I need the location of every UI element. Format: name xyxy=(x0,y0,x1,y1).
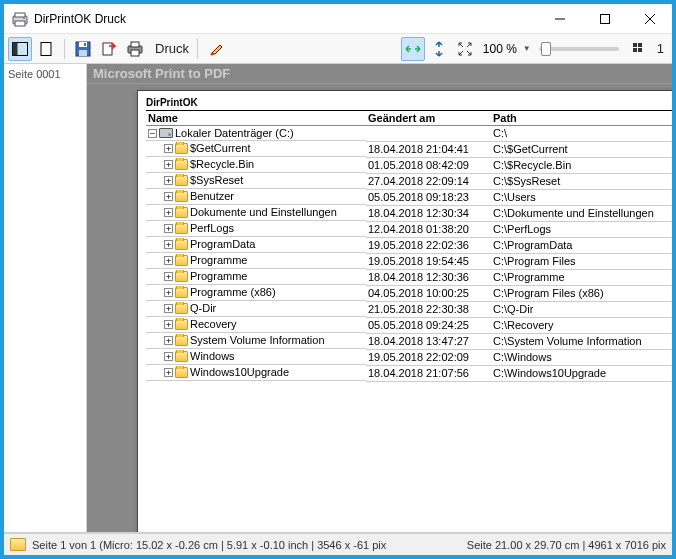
table-row: +Windows10Upgrade18.04.2018 21:07:56C:\W… xyxy=(146,366,672,382)
row-name: System Volume Information xyxy=(190,334,325,349)
tree-collapse-icon[interactable]: − xyxy=(148,129,157,138)
separator xyxy=(197,39,198,59)
folder-icon xyxy=(175,239,188,250)
table-row: +Q-Dir21.05.2018 22:30:38C:\Q-DirDateior xyxy=(146,302,672,318)
zoom-value: 100 % xyxy=(483,42,517,56)
tree-expand-icon[interactable]: + xyxy=(164,160,173,169)
fit-width-button[interactable] xyxy=(401,37,425,61)
svg-rect-2 xyxy=(15,21,25,26)
row-modified: 04.05.2018 10:00:25 xyxy=(366,286,491,302)
svg-rect-14 xyxy=(84,43,86,46)
table-row: +Windows19.05.2018 22:02:09C:\WindowsDat… xyxy=(146,350,672,366)
svg-rect-9 xyxy=(13,42,18,55)
folder-icon xyxy=(175,367,188,378)
minimize-button[interactable] xyxy=(537,4,582,33)
svg-rect-22 xyxy=(633,48,637,52)
tree-expand-icon[interactable]: + xyxy=(164,304,173,313)
row-name: Programme xyxy=(190,254,247,269)
page-layout-button[interactable] xyxy=(34,37,58,61)
zoom-slider[interactable] xyxy=(539,47,619,51)
app-window: DirPrintOK Druck Druck xyxy=(0,0,676,559)
row-name: Lokaler Datenträger (C:) xyxy=(175,126,294,141)
tree-expand-icon[interactable]: + xyxy=(164,208,173,217)
row-name: $SysReset xyxy=(190,174,243,189)
export-button[interactable] xyxy=(97,37,121,61)
table-row: +Programme19.05.2018 19:54:45C:\Program … xyxy=(146,254,672,270)
folder-icon xyxy=(175,255,188,266)
toolbar-right-number: 1 xyxy=(653,41,668,56)
table-row: +$Recycle.Bin01.05.2018 08:42:09C:\$Recy… xyxy=(146,158,672,174)
row-path: C:\Windows xyxy=(491,350,672,366)
zoom-slider-thumb[interactable] xyxy=(541,42,551,56)
separator xyxy=(64,39,65,59)
print-button[interactable] xyxy=(123,37,147,61)
window-title: DirPrintOK Druck xyxy=(34,12,537,26)
tree-expand-icon[interactable]: + xyxy=(164,352,173,361)
row-modified: 19.05.2018 19:54:45 xyxy=(366,254,491,270)
fit-page-button[interactable] xyxy=(453,37,477,61)
tree-expand-icon[interactable]: + xyxy=(164,192,173,201)
table-row: +$SysReset27.04.2018 22:09:14C:\$SysRese… xyxy=(146,174,672,190)
tree-expand-icon[interactable]: + xyxy=(164,368,173,377)
maximize-button[interactable] xyxy=(582,4,627,33)
toolbar: Druck 100 % ▼ 1 xyxy=(4,34,672,64)
preview-pane[interactable]: Microsoft Print to PDF DirPrintOK C: Nam… xyxy=(87,64,672,532)
row-path: C:\Q-Dir xyxy=(491,302,672,318)
save-button[interactable] xyxy=(71,37,95,61)
statusbar: Seite 1 von 1 (Micro: 15.02 x -0.26 cm |… xyxy=(4,533,672,555)
titlebar: DirPrintOK Druck xyxy=(4,4,672,34)
row-path: C:\$GetCurrent xyxy=(491,142,672,158)
zoom-actual-icon xyxy=(632,42,646,56)
table-header-row: Name Geändert am Path Typ xyxy=(146,111,672,126)
tree-expand-icon[interactable]: + xyxy=(164,224,173,233)
zoom-actual-button[interactable] xyxy=(627,37,651,61)
folder-icon xyxy=(175,351,188,362)
row-modified: 21.05.2018 22:30:38 xyxy=(366,302,491,318)
folder-icon xyxy=(175,191,188,202)
zoom-dropdown-icon[interactable]: ▼ xyxy=(523,44,531,53)
highlighter-button[interactable] xyxy=(204,37,228,61)
tree-expand-icon[interactable]: + xyxy=(164,256,173,265)
print-label[interactable]: Druck xyxy=(149,41,191,56)
tree-expand-icon[interactable]: + xyxy=(164,176,173,185)
status-right: Seite 21.00 x 29.70 cm | 4961 x 7016 pix xyxy=(467,539,666,551)
row-path: C:\ProgramData xyxy=(491,238,672,254)
close-button[interactable] xyxy=(627,4,672,33)
folder-icon xyxy=(175,143,188,154)
folder-icon xyxy=(175,319,188,330)
table-row-root: − Lokaler Datenträger (C:) C:\ Lokaler xyxy=(146,126,672,142)
row-path: C:\$SysReset xyxy=(491,174,672,190)
svg-rect-3 xyxy=(23,17,25,19)
sidebar-page-label[interactable]: Seite 0001 xyxy=(4,66,86,82)
row-name: Recovery xyxy=(190,318,236,333)
table-row: +Dokumente und Einstellungen18.04.2018 1… xyxy=(146,206,672,222)
page-preview: DirPrintOK C: Name Geändert am Path Typ xyxy=(137,90,672,532)
drive-icon xyxy=(159,128,173,138)
table-row: +Programme (x86)04.05.2018 10:00:25C:\Pr… xyxy=(146,286,672,302)
fit-page-icon xyxy=(457,41,473,57)
row-name: Q-Dir xyxy=(190,302,216,317)
toggle-sidebar-button[interactable] xyxy=(8,37,32,61)
row-modified: 19.05.2018 22:02:36 xyxy=(366,238,491,254)
folder-icon xyxy=(175,175,188,186)
tree-expand-icon[interactable]: + xyxy=(164,240,173,249)
status-icon xyxy=(10,538,26,551)
highlighter-icon xyxy=(208,41,224,57)
tree-expand-icon[interactable]: + xyxy=(164,272,173,281)
status-left: Seite 1 von 1 (Micro: 15.02 x -0.26 cm |… xyxy=(32,539,386,551)
row-modified: 05.05.2018 09:18:23 xyxy=(366,190,491,206)
svg-rect-1 xyxy=(15,13,25,17)
tree-expand-icon[interactable]: + xyxy=(164,336,173,345)
folder-icon xyxy=(175,223,188,234)
tree-expand-icon[interactable]: + xyxy=(164,320,173,329)
tree-expand-icon[interactable]: + xyxy=(164,288,173,297)
tree-expand-icon[interactable]: + xyxy=(164,144,173,153)
row-name: $GetCurrent xyxy=(190,142,251,157)
row-modified: 05.05.2018 09:24:25 xyxy=(366,318,491,334)
row-path: C:\Program Files xyxy=(491,254,672,270)
svg-rect-5 xyxy=(600,14,609,23)
row-name: PerfLogs xyxy=(190,222,234,237)
col-name: Name xyxy=(146,111,366,126)
row-path: C:\Users xyxy=(491,190,672,206)
fit-height-button[interactable] xyxy=(427,37,451,61)
